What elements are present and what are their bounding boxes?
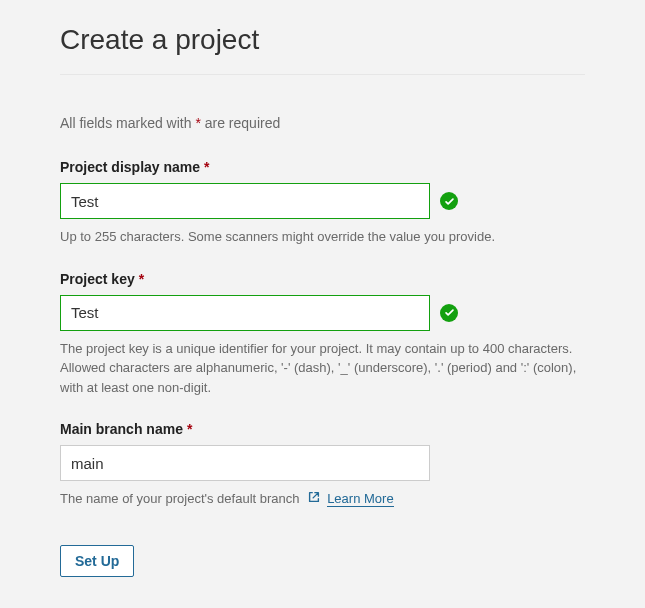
- page-title: Create a project: [60, 24, 585, 56]
- project-key-input[interactable]: [60, 295, 430, 331]
- project-key-input-row: [60, 295, 585, 331]
- display-name-help: Up to 255 characters. Some scanners migh…: [60, 227, 585, 247]
- setup-button[interactable]: Set Up: [60, 545, 134, 577]
- required-fields-note: All fields marked with * are required: [60, 115, 585, 131]
- display-name-group: Project display name* Up to 255 characte…: [60, 159, 585, 247]
- display-name-label: Project display name*: [60, 159, 585, 175]
- required-asterisk: *: [139, 271, 144, 287]
- main-branch-input-row: [60, 445, 585, 481]
- main-branch-input[interactable]: [60, 445, 430, 481]
- main-branch-label: Main branch name*: [60, 421, 585, 437]
- display-name-input[interactable]: [60, 183, 430, 219]
- main-branch-help: The name of your project's default branc…: [60, 489, 585, 509]
- display-name-input-row: [60, 183, 585, 219]
- project-key-help: The project key is a unique identifier f…: [60, 339, 585, 398]
- main-branch-help-text: The name of your project's default branc…: [60, 491, 300, 506]
- learn-more-link[interactable]: Learn More: [327, 491, 393, 507]
- required-asterisk: *: [204, 159, 209, 175]
- project-key-label-text: Project key: [60, 271, 135, 287]
- project-key-group: Project key* The project key is a unique…: [60, 271, 585, 398]
- external-link-icon: [307, 490, 321, 510]
- main-branch-label-text: Main branch name: [60, 421, 183, 437]
- display-name-label-text: Project display name: [60, 159, 200, 175]
- required-note-suffix: are required: [201, 115, 280, 131]
- project-key-label: Project key*: [60, 271, 585, 287]
- divider: [60, 74, 585, 75]
- main-branch-group: Main branch name* The name of your proje…: [60, 421, 585, 509]
- check-icon: [440, 304, 458, 322]
- required-asterisk: *: [187, 421, 192, 437]
- check-icon: [440, 192, 458, 210]
- required-note-prefix: All fields marked with: [60, 115, 195, 131]
